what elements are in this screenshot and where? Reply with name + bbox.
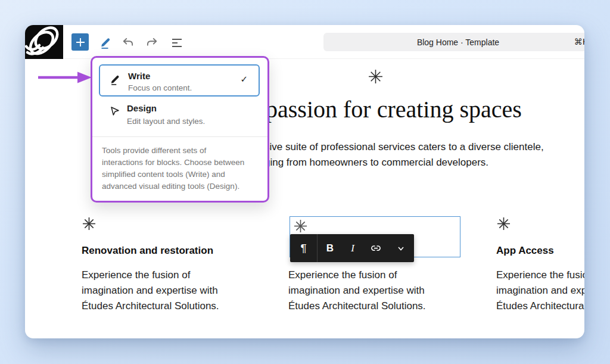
column3-asterisk-decoration xyxy=(497,217,511,231)
help-line2: interactions for blocks. Choose between xyxy=(102,157,260,169)
asterisk-icon xyxy=(497,217,511,231)
block-toolbar: ¶ B I xyxy=(290,234,414,262)
annotation-arrow xyxy=(37,70,94,85)
site-logo[interactable] xyxy=(25,25,63,59)
column3-body-line1: Experience the fusion of xyxy=(496,267,584,283)
document-bar[interactable]: Blog Home · Template ⌘K xyxy=(323,33,584,51)
hero-asterisk-decoration xyxy=(368,69,383,84)
list-view-icon xyxy=(170,36,183,49)
column3-body[interactable]: Experience the fusion of imagination and… xyxy=(496,267,584,314)
link-icon xyxy=(369,242,382,255)
column2-body-line1: Experience the fusion of xyxy=(288,267,449,283)
column2-body-line2: imagination and expertise with xyxy=(288,283,449,298)
italic-icon: I xyxy=(351,242,354,254)
write-label: Write xyxy=(128,71,150,81)
italic-button[interactable]: I xyxy=(343,234,363,262)
column1-body-line2: imagination and expertise with xyxy=(82,283,242,298)
paragraph-block-button[interactable]: ¶ xyxy=(290,234,318,262)
redo-button[interactable] xyxy=(145,36,159,50)
hero-paragraph-line1: sive suite of professional services cate… xyxy=(264,139,544,155)
dropdown-divider xyxy=(92,136,267,137)
hero-paragraph[interactable]: sive suite of professional services cate… xyxy=(264,139,544,170)
design-description: Edit layout and styles. xyxy=(127,117,205,126)
column1-asterisk-decoration xyxy=(82,217,96,231)
column1-body-line1: Experience the fusion of xyxy=(82,267,242,283)
check-icon: ✓ xyxy=(240,74,248,85)
document-title: Blog Home · Template xyxy=(417,38,499,47)
column3-heading[interactable]: App Access xyxy=(496,245,554,257)
page-background: Blog Home · Template ⌘K passion for crea… xyxy=(0,0,610,364)
help-line3: simplified content tools (Write) and xyxy=(102,169,260,181)
tools-dropdown: Write Focus on content. ✓ Design Edit la… xyxy=(91,56,269,203)
design-label: Design xyxy=(127,103,157,113)
column1-body[interactable]: Experience the fusion of imagination and… xyxy=(82,267,242,314)
paragraph-icon: ¶ xyxy=(300,242,306,255)
bold-icon: B xyxy=(326,242,334,254)
pencil-icon xyxy=(99,36,112,49)
write-description: Focus on content. xyxy=(128,83,192,92)
redo-icon xyxy=(145,36,158,49)
undo-button[interactable] xyxy=(121,36,135,50)
etudes-logo xyxy=(25,25,63,59)
cursor-icon xyxy=(109,105,121,117)
chevron-down-icon xyxy=(397,244,405,253)
bold-button[interactable]: B xyxy=(318,234,343,262)
tools-button[interactable] xyxy=(98,35,113,50)
asterisk-icon xyxy=(294,219,307,233)
column2-body[interactable]: Experience the fusion of imagination and… xyxy=(288,267,449,314)
column2-body-line3: Études Architectural Solutions. xyxy=(288,298,449,314)
arrow-right-annotation xyxy=(37,70,94,85)
hero-paragraph-line2: ging from homeowners to commercial devel… xyxy=(264,155,544,170)
dropdown-item-design[interactable]: Design Edit layout and styles. xyxy=(99,101,260,134)
pencil-icon xyxy=(109,73,121,85)
column2-asterisk-decoration xyxy=(294,219,307,233)
toolbar-more-button[interactable] xyxy=(389,234,413,262)
hero-heading[interactable]: passion for creating spaces xyxy=(266,95,522,123)
add-block-button[interactable] xyxy=(71,33,89,51)
asterisk-icon xyxy=(82,217,96,231)
dropdown-help-text: Tools provide different sets of interact… xyxy=(102,145,260,192)
plus-icon xyxy=(75,37,86,48)
undo-icon xyxy=(122,36,135,49)
column1-body-line3: Études Architectural Solutions. xyxy=(82,298,242,314)
help-line1: Tools provide different sets of xyxy=(102,145,260,157)
help-line4: advanced visual editing tools (Design). xyxy=(102,181,260,192)
column1-heading[interactable]: Renovation and restoration xyxy=(82,245,213,257)
asterisk-icon xyxy=(368,69,383,84)
column3-body-line2: imagination and expertise with xyxy=(496,283,584,298)
dropdown-item-write[interactable]: Write Focus on content. ✓ xyxy=(99,64,260,97)
list-view-button[interactable] xyxy=(170,36,184,50)
editor-window: Blog Home · Template ⌘K passion for crea… xyxy=(25,25,584,338)
column3-body-line3: Études Architectural Solutions. xyxy=(496,298,584,314)
link-button[interactable] xyxy=(363,234,389,262)
command-shortcut: ⌘K xyxy=(574,37,584,46)
